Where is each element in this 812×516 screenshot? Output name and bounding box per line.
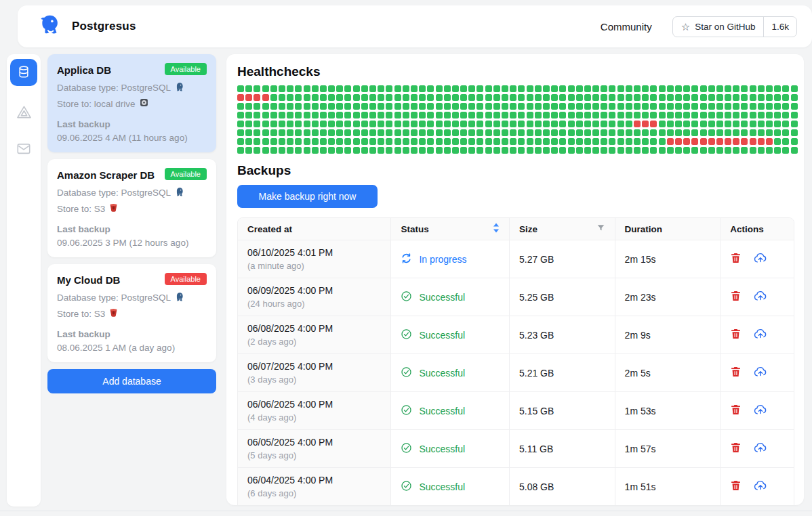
delete-backup-button[interactable] bbox=[730, 479, 742, 494]
cloud-upload-icon bbox=[754, 442, 767, 456]
sidebar-item-storage[interactable] bbox=[10, 104, 37, 123]
healthcheck-cell bbox=[510, 112, 516, 119]
healthcheck-cell bbox=[716, 147, 723, 154]
add-database-button[interactable]: Add database bbox=[47, 369, 216, 393]
healthcheck-cell bbox=[617, 112, 624, 119]
database-card[interactable]: Applica DB Available Database type: Post… bbox=[47, 54, 216, 152]
healthcheck-cell bbox=[378, 129, 384, 136]
healthcheck-cell bbox=[452, 112, 459, 119]
healthcheck-cell bbox=[626, 121, 632, 127]
healthcheck-cell bbox=[403, 147, 409, 154]
healthcheck-cell bbox=[650, 138, 657, 145]
healthcheck-cell bbox=[592, 103, 599, 110]
healthcheck-cell bbox=[476, 103, 483, 110]
download-backup-button[interactable] bbox=[754, 290, 767, 304]
download-backup-button[interactable] bbox=[754, 252, 767, 266]
healthcheck-cell bbox=[344, 129, 351, 136]
healthcheck-cell bbox=[436, 138, 443, 145]
database-card-title: My Cloud DB bbox=[57, 273, 120, 286]
healthcheck-cell bbox=[304, 112, 310, 119]
healthcheck-cell bbox=[568, 103, 575, 110]
star-count[interactable]: 1.6k bbox=[764, 17, 796, 37]
healthcheck-cell bbox=[452, 129, 459, 136]
delete-backup-button[interactable] bbox=[730, 290, 742, 304]
healthcheck-cell bbox=[791, 147, 798, 154]
healthcheck-cell bbox=[419, 94, 426, 101]
column-header-status[interactable]: Status bbox=[391, 218, 510, 240]
download-backup-button[interactable] bbox=[754, 479, 767, 494]
github-star-button[interactable]: ☆ Star on GitHub 1.6k bbox=[672, 16, 797, 37]
healthcheck-cell bbox=[394, 112, 401, 119]
sidebar-item-databases[interactable] bbox=[10, 59, 37, 86]
download-backup-button[interactable] bbox=[754, 366, 767, 380]
healthcheck-cell bbox=[576, 138, 583, 145]
delete-backup-button[interactable] bbox=[730, 252, 742, 266]
healthcheck-cell bbox=[476, 121, 483, 127]
healthcheck-cell bbox=[568, 85, 575, 92]
healthcheck-cell bbox=[237, 94, 244, 101]
database-card[interactable]: Amazon Scraper DB Available Database typ… bbox=[47, 159, 216, 257]
make-backup-button[interactable]: Make backup right now bbox=[237, 185, 378, 208]
healthcheck-cell bbox=[551, 129, 558, 136]
trash-icon bbox=[730, 442, 742, 456]
healthcheck-cell bbox=[758, 147, 765, 154]
healthcheck-cell bbox=[336, 129, 343, 136]
healthcheck-cell bbox=[295, 121, 302, 127]
healthcheck-cell bbox=[750, 147, 756, 154]
github-star-segment[interactable]: ☆ Star on GitHub bbox=[673, 17, 765, 37]
delete-backup-button[interactable] bbox=[730, 328, 742, 342]
healthcheck-cell bbox=[369, 138, 376, 145]
healthcheck-cell bbox=[659, 147, 666, 154]
healthcheck-cell bbox=[510, 129, 516, 136]
healthcheck-cell bbox=[353, 94, 360, 101]
healthcheck-cell bbox=[642, 94, 649, 101]
healthcheck-cell bbox=[782, 147, 789, 154]
delete-backup-button[interactable] bbox=[730, 442, 742, 456]
healthcheck-cell bbox=[791, 103, 798, 110]
healthcheck-cell bbox=[386, 138, 392, 145]
created-at-date: 06/08/2025 4:00 PM bbox=[247, 322, 381, 334]
healthcheck-cell bbox=[245, 103, 252, 110]
sidebar-rail bbox=[7, 54, 41, 507]
healthcheck-cell bbox=[535, 94, 542, 101]
healthcheck-cell bbox=[468, 121, 475, 127]
healthcheck-cell bbox=[493, 112, 500, 119]
delete-backup-button[interactable] bbox=[730, 366, 742, 380]
healthcheck-cell bbox=[312, 103, 319, 110]
column-header-size[interactable]: Size bbox=[510, 218, 615, 240]
healthcheck-cell bbox=[659, 94, 666, 101]
healthcheck-cell bbox=[782, 138, 789, 145]
healthcheck-cell bbox=[245, 85, 252, 92]
download-backup-button[interactable] bbox=[754, 328, 767, 342]
healthcheck-cell bbox=[626, 147, 632, 154]
healthcheck-cell bbox=[444, 121, 451, 127]
healthcheck-cell bbox=[766, 112, 773, 119]
in-progress-icon bbox=[401, 253, 412, 266]
healthcheck-cell bbox=[262, 138, 269, 145]
download-backup-button[interactable] bbox=[754, 404, 767, 418]
column-header-duration: Duration bbox=[615, 218, 721, 240]
healthcheck-cell bbox=[650, 103, 657, 110]
sidebar-item-notifications[interactable] bbox=[10, 140, 37, 159]
community-link[interactable]: Community bbox=[601, 21, 652, 33]
healthcheck-cell bbox=[468, 112, 475, 119]
database-card[interactable]: My Cloud DB Available Database type: Pos… bbox=[47, 264, 216, 362]
healthcheck-cell bbox=[312, 121, 319, 127]
healthcheck-cell bbox=[411, 112, 418, 119]
healthcheck-cell bbox=[733, 138, 739, 145]
healthcheck-cell bbox=[295, 147, 302, 154]
healthcheck-cell bbox=[617, 129, 624, 136]
column-label: Size bbox=[519, 224, 537, 234]
sort-icon[interactable] bbox=[493, 223, 500, 235]
healthcheck-cell bbox=[353, 112, 360, 119]
delete-backup-button[interactable] bbox=[730, 404, 742, 418]
table-row: 06/06/2025 4:00 PM (4 days ago) Successf… bbox=[238, 392, 794, 430]
healthcheck-cell bbox=[460, 129, 467, 136]
healthcheck-cell bbox=[576, 85, 583, 92]
filter-icon[interactable] bbox=[596, 223, 605, 234]
healthcheck-cell bbox=[675, 147, 682, 154]
download-backup-button[interactable] bbox=[754, 442, 767, 456]
healthcheck-cell bbox=[791, 85, 798, 92]
database-list-cards: Applica DB Available Database type: Post… bbox=[47, 54, 216, 362]
created-at-ago: (2 days ago) bbox=[247, 337, 381, 347]
